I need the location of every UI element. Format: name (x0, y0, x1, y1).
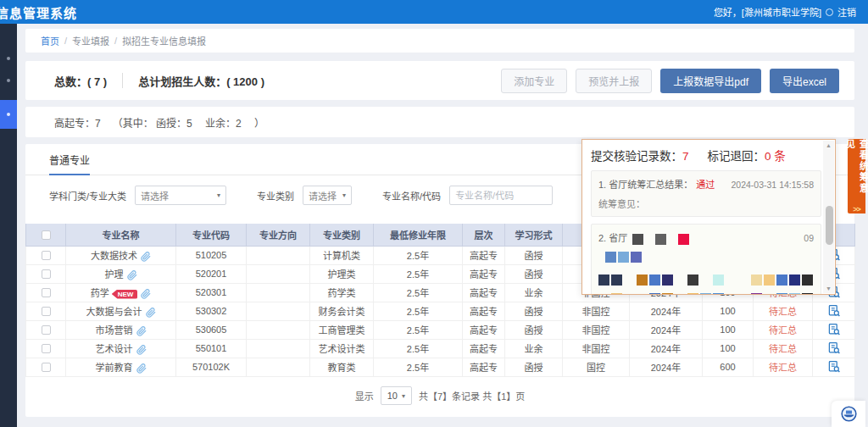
row-checkbox[interactable] (42, 344, 51, 353)
state-control: 国控 (563, 358, 630, 376)
breadcrumb-item[interactable]: 专业填报 (72, 34, 109, 47)
logout-link[interactable]: 注销 (837, 5, 856, 19)
column-header: 最低修业年限 (374, 224, 463, 246)
censored-block (713, 293, 724, 295)
sidebar-item-active[interactable] (0, 100, 17, 129)
major-category: 计算机类 (310, 246, 374, 264)
level: 高起专 (463, 246, 505, 264)
row-checkbox[interactable] (42, 325, 51, 335)
study-form: 函授 (505, 264, 563, 283)
subject-select[interactable]: 请选择▾ (135, 186, 226, 205)
double-arrow-icon: >> (853, 205, 860, 214)
study-years: 2.5年 (374, 283, 463, 302)
major-name-input[interactable] (449, 186, 553, 205)
edit-paperclip-icon[interactable] (136, 345, 147, 355)
major-code: 570102K (176, 358, 247, 376)
major-name: 护理 (105, 269, 124, 280)
breadcrumb-item[interactable]: 首页 (41, 34, 59, 47)
censored-block (662, 293, 673, 295)
censored-mosaic-row (598, 274, 814, 286)
major-direction (247, 358, 310, 376)
censored-block (675, 274, 686, 286)
major-direction (247, 264, 310, 283)
censored-block (687, 274, 698, 286)
row-checkbox[interactable] (42, 307, 51, 316)
censored-block (802, 293, 813, 295)
censored-block (764, 293, 775, 295)
view-detail-icon[interactable] (827, 304, 841, 318)
review-timestamp-fragment: 09 (804, 233, 814, 243)
study-years: 2.5年 (374, 246, 463, 264)
sidebar-item-1[interactable] (0, 47, 17, 69)
censored-block (738, 274, 749, 286)
toolbar-buttons: 添加专业 预览并上报 上报数据导出pdf 导出excel (501, 69, 839, 93)
row-checkbox[interactable] (42, 288, 51, 297)
study-years: 2.5年 (374, 358, 463, 376)
table-row: 市场营销530605工商管理类2.5年高起专函授非国控2024年100待汇总 (26, 320, 855, 339)
edit-paperclip-icon[interactable] (146, 308, 156, 318)
censored-block (751, 293, 762, 295)
censored-block (726, 274, 737, 286)
censored-block (632, 234, 643, 245)
row-checkbox[interactable] (42, 363, 51, 372)
export-pdf-button[interactable]: 上报数据导出pdf (660, 69, 761, 93)
censored-block (605, 252, 616, 263)
edit-paperclip-icon[interactable] (141, 252, 151, 262)
column-header: 学习形式 (505, 224, 563, 246)
floating-widget-button[interactable] (832, 401, 865, 427)
category-select[interactable]: 请选择▾ (303, 186, 352, 205)
scroll-up-icon[interactable]: ▲ (826, 142, 832, 148)
plan-count: 总计划招生人数：( 1200 ) (138, 73, 264, 89)
chevron-down-icon: ▾ (217, 191, 220, 199)
censored-block (713, 274, 724, 286)
level: 高起专 (463, 283, 505, 302)
study-years: 2.5年 (374, 339, 463, 358)
records-summary: 共【7】条记录 共【1】页 (419, 389, 525, 402)
level: 高起专 (463, 302, 505, 320)
row-checkbox[interactable] (42, 269, 51, 279)
state-control: 非国控 (563, 339, 630, 358)
view-detail-icon[interactable] (827, 323, 841, 336)
major-name: 市场营销 (96, 325, 133, 336)
censored-block (637, 293, 648, 295)
row-checkbox[interactable] (42, 251, 51, 260)
major-code: 550101 (176, 339, 247, 358)
page-size-select[interactable]: 10▾ (381, 386, 412, 405)
review-result: 通过 (696, 180, 715, 190)
censored-block (764, 274, 775, 286)
edit-paperclip-icon[interactable] (141, 289, 151, 299)
view-coordination-opinions-tab[interactable]: 查看统筹意见 >> (848, 139, 865, 214)
censored-block (700, 293, 711, 295)
censored-block (776, 293, 787, 295)
censored-block (598, 293, 609, 295)
view-detail-icon[interactable] (827, 360, 841, 374)
edit-paperclip-icon[interactable] (136, 363, 147, 374)
tab-normal-major[interactable]: 普通专业 (49, 152, 90, 175)
edit-paperclip-icon[interactable] (136, 326, 147, 336)
plan-count: 100 (703, 302, 754, 320)
major-code: 520201 (176, 264, 247, 283)
select-all-checkbox[interactable] (42, 230, 51, 240)
category-filter-label: 专业类别 (257, 189, 294, 202)
major-direction (247, 320, 310, 339)
app-title: 信息管理系统 (0, 3, 77, 21)
view-detail-icon[interactable] (827, 341, 841, 355)
export-excel-button[interactable]: 导出excel (770, 69, 839, 93)
user-area: 您好，[滁州城市职业学院] 注销 (714, 5, 856, 19)
table-row: 艺术设计550101艺术设计类2.5年高起专业余非国控2024年100待汇总 (26, 339, 855, 358)
top-header: 信息管理系统 您好，[滁州城市职业学院] 注销 (0, 0, 868, 24)
level: 高起专 (463, 358, 505, 376)
logout-power-icon[interactable] (826, 8, 833, 16)
sidebar (0, 24, 17, 427)
censored-block (738, 293, 749, 295)
screen: 信息管理系统 您好，[滁州城市职业学院] 注销 首页/专业填报/拟招生专业信息填… (0, 0, 868, 427)
popup-scroll-thumb[interactable] (826, 206, 833, 245)
submit-count: 7 (682, 150, 689, 163)
header-checkbox-cell (26, 224, 66, 246)
breadcrumb-item[interactable]: 拟招生专业信息填报 (122, 34, 206, 47)
scroll-down-icon[interactable]: ▼ (826, 286, 832, 291)
add-major-button[interactable]: 添加专业 (501, 69, 567, 93)
edit-paperclip-icon[interactable] (127, 270, 137, 280)
sidebar-item-2[interactable] (0, 69, 17, 92)
preview-submit-button[interactable]: 预览并上报 (576, 69, 652, 93)
